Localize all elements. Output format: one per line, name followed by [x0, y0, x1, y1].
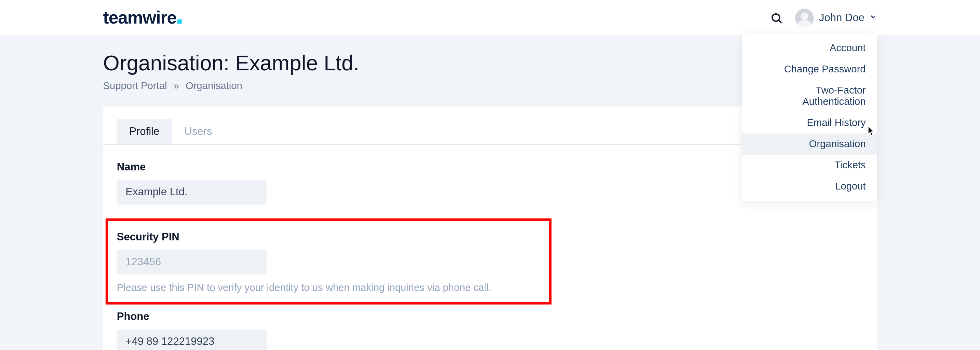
- menu-item-two-factor-authentication[interactable]: Two-Factor Authentication: [742, 80, 877, 112]
- menu-item-logout[interactable]: Logout: [742, 176, 877, 197]
- value-phone[interactable]: +49 89 122219923: [117, 329, 267, 350]
- security-pin-highlight: Security PIN 123456 Please use this PIN …: [106, 219, 552, 304]
- brand-name: teamwire: [103, 8, 177, 28]
- help-security-pin: Please use this PIN to verify your ident…: [117, 282, 541, 293]
- brand-dot-icon: [178, 19, 182, 24]
- breadcrumb-current: Organisation: [186, 81, 242, 91]
- tab-profile[interactable]: Profile: [117, 119, 172, 144]
- label-security-pin: Security PIN: [117, 231, 541, 244]
- user-menu-trigger[interactable]: John Doe: [795, 8, 877, 27]
- tab-users[interactable]: Users: [172, 119, 224, 144]
- menu-item-tickets[interactable]: Tickets: [742, 155, 877, 176]
- user-dropdown: Account Change Password Two-Factor Authe…: [742, 34, 877, 201]
- chevron-down-icon: [870, 13, 877, 22]
- user-display-name: John Doe: [819, 12, 864, 24]
- menu-item-account[interactable]: Account: [742, 38, 877, 59]
- menu-item-organisation[interactable]: Organisation: [742, 133, 877, 155]
- field-phone: Phone +49 89 122219923: [117, 311, 864, 350]
- brand-logo: teamwire: [103, 8, 182, 28]
- topbar: teamwire John Doe Account Change Passwor…: [0, 0, 980, 36]
- svg-line-1: [779, 20, 781, 22]
- menu-item-email-history[interactable]: Email History: [742, 112, 877, 133]
- label-phone: Phone: [117, 311, 864, 323]
- value-security-pin[interactable]: 123456: [117, 250, 267, 274]
- field-security-pin: Security PIN 123456 Please use this PIN …: [117, 231, 541, 293]
- value-name[interactable]: Example Ltd.: [117, 180, 267, 204]
- breadcrumb-root[interactable]: Support Portal: [103, 81, 167, 91]
- avatar: [795, 8, 814, 27]
- menu-item-change-password[interactable]: Change Password: [742, 59, 877, 80]
- search-icon[interactable]: [770, 12, 783, 24]
- breadcrumb-separator: »: [173, 81, 179, 91]
